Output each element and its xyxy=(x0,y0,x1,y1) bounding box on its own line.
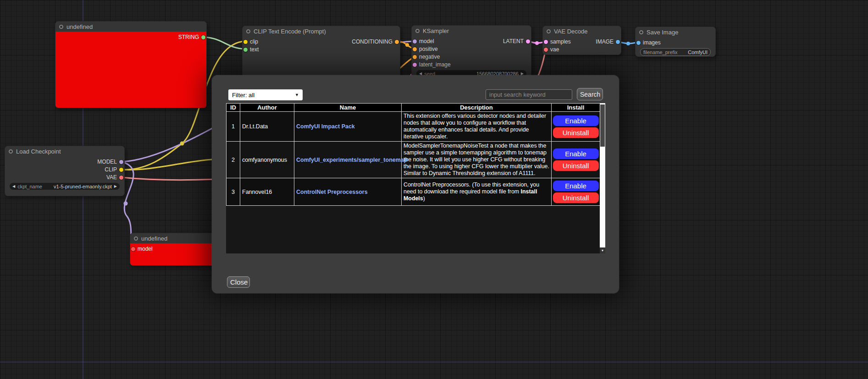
cell-author: comfyanonymous xyxy=(240,142,294,178)
latent-output-label: LATENT xyxy=(503,38,524,45)
images-input-label: images xyxy=(643,39,661,47)
model-output-label: MODEL xyxy=(97,158,117,166)
collapse-dot-icon[interactable] xyxy=(134,236,138,241)
slot-row: STRING xyxy=(55,33,206,41)
scrollbar-thumb[interactable] xyxy=(600,104,605,147)
link-dot-latent[interactable] xyxy=(535,41,539,45)
model-input-label: model xyxy=(138,245,153,253)
clip-input-port[interactable] xyxy=(243,40,248,44)
uninstall-button[interactable]: Uninstall xyxy=(553,127,599,138)
positive-input-port[interactable] xyxy=(413,47,417,51)
cell-author: Fannovel16 xyxy=(240,178,294,206)
header-author: Author xyxy=(240,104,294,112)
slot-row: images xyxy=(636,39,715,47)
samples-input-label: samples xyxy=(550,38,571,46)
extensions-table-container: ID Author Name Description Install 1 Dr.… xyxy=(226,103,605,253)
vae-input-port[interactable] xyxy=(544,48,548,52)
node-undefined-top[interactable]: undefined STRING xyxy=(55,21,207,108)
table-header-row: ID Author Name Description Install xyxy=(227,104,600,112)
text-input-port[interactable] xyxy=(243,48,248,52)
clip-output-label: CLIP xyxy=(105,166,117,174)
extension-link[interactable]: ControlNet Preprocessors xyxy=(296,189,368,195)
clip-output-port[interactable] xyxy=(119,168,123,172)
model-input-label: model xyxy=(419,38,434,45)
slot-row: clip CONDITIONING xyxy=(243,38,400,46)
slot-row: samples IMAGE xyxy=(543,38,621,46)
extension-link[interactable]: ComfyUI_experiments/sampler_tonemap xyxy=(296,157,407,163)
filter-select[interactable]: Filter: all ▼ xyxy=(228,89,303,100)
chevron-down-icon: ▼ xyxy=(295,93,299,97)
filename-prefix-widget[interactable]: filename_prefix ComfyUI xyxy=(640,48,711,56)
collapse-dot-icon[interactable] xyxy=(415,29,420,33)
node-load-checkpoint[interactable]: Load Checkpoint MODEL CLIP VAE xyxy=(5,146,125,196)
link-dot-conditioning[interactable] xyxy=(405,43,409,47)
extensions-table: ID Author Name Description Install 1 Dr.… xyxy=(226,103,600,206)
node-title-bar[interactable]: Load Checkpoint xyxy=(5,146,124,156)
node-save-image[interactable]: Save Image images filename_prefix ComfyU… xyxy=(635,27,716,57)
link-dot-clip[interactable] xyxy=(180,142,184,146)
model-input-port[interactable] xyxy=(131,247,135,251)
node-title-label: undefined xyxy=(141,235,167,242)
collapse-dot-icon[interactable] xyxy=(246,29,250,33)
samples-input-port[interactable] xyxy=(544,40,548,44)
node-ksampler[interactable]: KSampler model LATENT positive negative xyxy=(411,25,531,80)
ckpt-name-widget[interactable]: ◀ ckpt_name v1-5-pruned-emaonly.ckpt ▶ xyxy=(10,183,120,190)
vae-input-label: vae xyxy=(550,46,559,54)
header-id: ID xyxy=(227,104,240,112)
node-title-bar[interactable]: KSampler xyxy=(412,26,531,36)
positive-input-label: positive xyxy=(419,45,438,53)
increment-arrow-icon[interactable]: ▶ xyxy=(114,184,117,188)
link-dot-model[interactable] xyxy=(124,202,128,206)
close-button[interactable]: Close xyxy=(227,276,250,288)
collapse-dot-icon[interactable] xyxy=(59,25,63,29)
cell-id: 2 xyxy=(227,142,240,178)
enable-button[interactable]: Enable xyxy=(553,115,599,126)
decrement-arrow-icon[interactable]: ◀ xyxy=(12,184,15,188)
model-input-port[interactable] xyxy=(413,39,417,44)
conditioning-output-port[interactable] xyxy=(395,40,399,44)
cell-author: Dr.Lt.Data xyxy=(240,112,294,142)
image-output-port[interactable] xyxy=(616,40,620,44)
collapse-dot-icon[interactable] xyxy=(9,149,13,154)
string-output-label: STRING xyxy=(178,33,199,41)
enable-button[interactable]: Enable xyxy=(553,148,599,159)
node-title-bar[interactable]: VAE Decode xyxy=(543,26,621,36)
filename-prefix-label: filename_prefix xyxy=(643,49,678,55)
node-vae-decode[interactable]: VAE Decode samples IMAGE vae xyxy=(542,26,621,55)
node-title-label: Save Image xyxy=(647,29,678,36)
graph-canvas[interactable]: undefined STRING CLIP Text Encode (Promp… xyxy=(0,0,868,379)
latent-image-input-label: latent_image xyxy=(419,61,451,69)
node-title-label: KSampler xyxy=(423,27,449,34)
collapse-dot-icon[interactable] xyxy=(639,30,643,34)
scrollbar-track[interactable]: ▼ xyxy=(600,103,605,253)
link-dot-image[interactable] xyxy=(626,42,630,45)
model-output-port[interactable] xyxy=(119,160,123,164)
slot-row: vae xyxy=(543,46,621,54)
uninstall-button[interactable]: Uninstall xyxy=(553,160,599,171)
node-title-bar[interactable]: CLIP Text Encode (Prompt) xyxy=(243,26,400,36)
uninstall-button[interactable]: Uninstall xyxy=(553,192,599,203)
cell-id: 3 xyxy=(227,178,240,206)
conditioning-output-label: CONDITIONING xyxy=(352,38,393,46)
slot-row: CLIP xyxy=(5,166,124,174)
ckpt-name-label: ckpt_name xyxy=(17,184,42,189)
extension-link[interactable]: ComfyUI Impact Pack xyxy=(296,123,355,130)
enable-button[interactable]: Enable xyxy=(553,181,599,191)
scrollbar-down-arrow-icon[interactable]: ▼ xyxy=(600,247,605,253)
vae-output-port[interactable] xyxy=(119,176,123,180)
vae-output-label: VAE xyxy=(106,174,117,181)
images-input-port[interactable] xyxy=(636,41,641,45)
latent-image-input-port[interactable] xyxy=(413,63,417,67)
cell-description: This extension offers various detector n… xyxy=(402,112,552,142)
text-input-label: text xyxy=(250,46,259,54)
latent-output-port[interactable] xyxy=(526,39,530,44)
node-title-bar[interactable]: Save Image xyxy=(636,27,715,37)
node-title-bar[interactable]: undefined xyxy=(55,22,206,32)
negative-input-port[interactable] xyxy=(413,55,417,59)
string-output-port[interactable] xyxy=(201,35,205,39)
image-output-label: IMAGE xyxy=(596,38,614,46)
search-input[interactable] xyxy=(486,89,572,100)
slot-row: VAE xyxy=(5,174,124,181)
search-button[interactable]: Search xyxy=(577,88,603,100)
collapse-dot-icon[interactable] xyxy=(547,29,551,33)
